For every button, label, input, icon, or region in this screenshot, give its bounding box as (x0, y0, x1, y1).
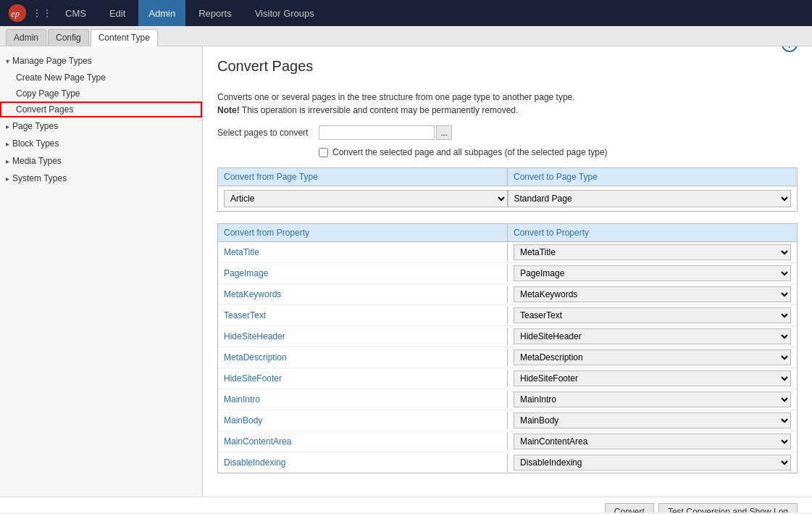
prop-to-select-2[interactable]: MetaKeywords (514, 286, 791, 302)
sidebar-section-media-types[interactable]: Media Types (0, 152, 202, 170)
sub-tab-config[interactable]: Config (48, 29, 89, 46)
prop-row-4: HideSiteHeaderHideSiteHeader (218, 326, 797, 347)
prop-table-header: Convert from Property Convert to Propert… (218, 224, 797, 242)
prop-to-select-3[interactable]: TeaserText (514, 307, 791, 323)
select-pages-label: Select pages to convert (217, 128, 311, 138)
grid-icon[interactable]: ⋮⋮ (32, 3, 52, 23)
prop-to-10: DisableIndexing (508, 452, 797, 473)
test-conversion-button[interactable]: Test Conversion and Show Log (658, 503, 798, 513)
subpages-checkbox-label[interactable]: Convert the selected page and all subpag… (332, 147, 608, 157)
prop-to-4: HideSiteHeader (508, 326, 797, 347)
sidebar-section-system-types[interactable]: System Types (0, 170, 202, 187)
prop-to-select-6[interactable]: HideSiteFooter (514, 370, 791, 386)
system-types-label: System Types (12, 173, 67, 183)
prop-row-3: TeaserTextTeaserText (218, 305, 797, 326)
page-title: Convert Pages (217, 58, 313, 75)
prop-row-9: MainContentAreaMainContentArea (218, 431, 797, 452)
convert-to-header: Convert to Page Type (508, 168, 797, 186)
sidebar-item-copy-page-type[interactable]: Copy Page Type (0, 86, 202, 101)
block-types-arrow (6, 140, 9, 148)
prop-from-3: TeaserText (218, 307, 508, 324)
content-area: Convert Pages ? Converts one or several … (203, 46, 812, 497)
sidebar-item-create-new-page-type[interactable]: Create New Page Type (0, 70, 202, 86)
select-pages-input: ... (319, 125, 452, 140)
sub-tab-content-type[interactable]: Content Type (91, 29, 158, 46)
from-property-header: Convert from Property (218, 224, 508, 241)
convert-body-row: Article Standard Page (218, 186, 797, 211)
prop-to-select-7[interactable]: MainIntro (514, 391, 791, 407)
help-icon[interactable]: ? (782, 46, 798, 52)
prop-row-1: PageImagePageImage (218, 263, 797, 284)
prop-from-5: MetaDescription (218, 349, 508, 366)
prop-to-select-10[interactable]: DisableIndexing (514, 455, 791, 471)
pages-input-field[interactable] (319, 125, 435, 140)
sub-tabs: Admin Config Content Type (0, 26, 812, 46)
nav-cms[interactable]: CMS (55, 0, 96, 26)
prop-to-select-0[interactable]: MetaTitle (514, 244, 791, 260)
subpages-checkbox[interactable] (319, 148, 328, 157)
to-property-header: Convert to Property (508, 224, 797, 241)
prop-rows-container: MetaTitleMetaTitlePageImagePageImageMeta… (218, 242, 797, 473)
sidebar-item-convert-pages[interactable]: Convert Pages (0, 101, 202, 117)
prop-from-2: MetaKeywords (218, 286, 508, 303)
prop-to-select-1[interactable]: PageImage (514, 265, 791, 281)
prop-to-8: MainBody (508, 410, 797, 431)
sidebar: Manage Page Types Create New Page Type C… (0, 46, 203, 497)
nav-admin[interactable]: Admin (138, 0, 185, 26)
prop-to-2: MetaKeywords (508, 284, 797, 304)
prop-to-7: MainIntro (508, 389, 797, 410)
block-types-label: Block Types (12, 138, 59, 149)
svg-text:ep: ep (11, 9, 20, 19)
prop-to-9: MainContentArea (508, 431, 797, 452)
prop-row-10: DisableIndexingDisableIndexing (218, 452, 797, 473)
nav-visitor-groups[interactable]: Visitor Groups (245, 0, 325, 26)
from-page-type-select[interactable]: Article (224, 190, 508, 207)
property-mapping-table: Convert from Property Convert to Propert… (217, 223, 798, 473)
sub-tab-admin[interactable]: Admin (6, 29, 46, 46)
manage-page-types-arrow (6, 57, 9, 65)
prop-from-1: PageImage (218, 265, 508, 282)
prop-row-2: MetaKeywordsMetaKeywords (218, 284, 797, 305)
prop-to-3: TeaserText (508, 305, 797, 326)
convert-header-row: Convert from Page Type Convert to Page T… (218, 168, 797, 186)
prop-to-6: HideSiteFooter (508, 368, 797, 389)
prop-from-8: MainBody (218, 412, 508, 429)
prop-to-1: PageImage (508, 263, 797, 283)
page-types-arrow (6, 123, 9, 130)
media-types-label: Media Types (12, 156, 62, 166)
logo: ep (6, 1, 29, 25)
to-page-type-select[interactable]: Standard Page (508, 190, 792, 207)
note-text: Note! This operation is irreversible and… (217, 105, 798, 115)
top-nav: ep ⋮⋮ CMS Edit Admin Reports Visitor Gro… (0, 0, 812, 26)
to-page-type-cell: Standard Page (508, 190, 792, 207)
checkbox-row: Convert the selected page and all subpag… (319, 147, 798, 157)
convert-type-table: Convert from Page Type Convert to Page T… (217, 167, 798, 212)
prop-from-9: MainContentArea (218, 433, 508, 450)
prop-to-select-5[interactable]: MetaDescription (514, 349, 791, 365)
nav-reports[interactable]: Reports (188, 0, 242, 26)
prop-to-select-4[interactable]: HideSiteHeader (514, 328, 791, 344)
page-types-label: Page Types (12, 121, 58, 131)
sidebar-section-manage-page-types[interactable]: Manage Page Types (0, 52, 202, 70)
prop-to-5: MetaDescription (508, 347, 797, 368)
prop-from-4: HideSiteHeader (218, 328, 508, 345)
convert-from-header: Convert from Page Type (218, 168, 508, 186)
prop-to-select-9[interactable]: MainContentArea (514, 434, 791, 449)
prop-to-select-8[interactable]: MainBody (514, 413, 791, 428)
prop-from-6: HideSiteFooter (218, 370, 508, 387)
info-text: Converts one or several pages in the tre… (217, 92, 798, 102)
prop-row-0: MetaTitleMetaTitle (218, 242, 797, 263)
nav-edit[interactable]: Edit (99, 0, 135, 26)
prop-row-7: MainIntroMainIntro (218, 389, 797, 410)
prop-row-6: HideSiteFooterHideSiteFooter (218, 368, 797, 389)
from-page-type-cell: Article (224, 190, 508, 207)
sidebar-section-block-types[interactable]: Block Types (0, 135, 202, 152)
browse-button[interactable]: ... (436, 125, 452, 140)
sidebar-section-page-types[interactable]: Page Types (0, 117, 202, 135)
system-types-arrow (6, 175, 9, 183)
manage-page-types-label: Manage Page Types (12, 56, 92, 66)
prop-from-10: DisableIndexing (218, 454, 508, 471)
prop-row-8: MainBodyMainBody (218, 410, 797, 431)
convert-button[interactable]: Convert (605, 503, 654, 513)
bottom-bar: Convert Test Conversion and Show Log (0, 497, 812, 513)
